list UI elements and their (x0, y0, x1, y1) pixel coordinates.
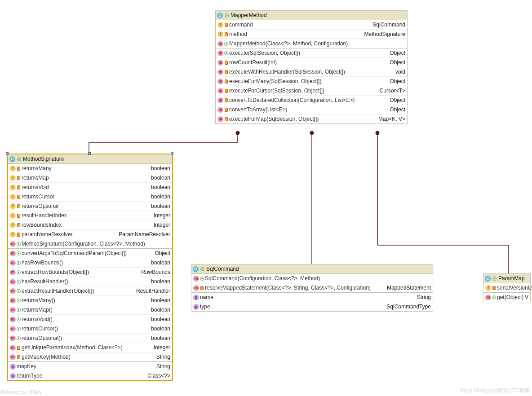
member-row[interactable]: freturnsManyboolean (8, 164, 172, 173)
method-icon: m (10, 335, 16, 341)
member-name: serialVersionUID (497, 285, 532, 291)
member-row[interactable]: mconvertToDeclaredCollection(Configurati… (216, 95, 407, 105)
member-row[interactable]: mextractRowBounds(Object[])RowBounds (8, 267, 172, 277)
member-row[interactable]: pmapKeyString (8, 362, 172, 371)
class-icon: C (9, 156, 15, 162)
public-icon (200, 267, 204, 271)
member-row[interactable]: mextractResultHandler(Object[])ResultHan… (8, 286, 172, 295)
member-type: SqlCommandType (386, 304, 431, 310)
member-row[interactable]: freturnsCursorboolean (8, 192, 172, 201)
member-row[interactable]: mgetMapKey(Method)String (8, 352, 172, 361)
member-name: returnsVoid (22, 184, 49, 190)
private-icon (17, 167, 21, 171)
member-row[interactable]: mexecuteForMap(SqlSession, Object[])Map<… (216, 114, 407, 123)
public-icon (224, 51, 228, 55)
member-row[interactable]: mgetUniqueParamIndex(Method, Class<?>)In… (8, 343, 172, 352)
member-row[interactable]: mreturnsMany()boolean (8, 295, 172, 305)
member-row[interactable]: mreturnsVoid()boolean (8, 314, 172, 324)
class-SqlCommand[interactable]: C SqlCommand mSqlCommand(Configuration, … (191, 264, 433, 312)
member-row[interactable]: pnameString (191, 293, 433, 302)
uml-canvas[interactable]: C MapperMethod fcommandSqlCommandfmethod… (0, 0, 532, 396)
private-icon (224, 89, 228, 93)
member-type: boolean (151, 335, 170, 341)
method-icon: m (217, 79, 223, 84)
class-ParamMap[interactable]: C ParamMap fserialVersionUIDlong mget(Ob… (483, 273, 531, 302)
member-row[interactable]: preturnTypeClass<?> (8, 371, 172, 380)
member-row[interactable]: mMapperMethod(Class<?>, Method, Configur… (216, 39, 407, 48)
member-row[interactable]: mconvertArgsToSqlCommandParam(Object[])O… (8, 249, 172, 258)
method-icon: m (217, 69, 223, 75)
member-row[interactable]: mexecute(SqlSession, Object[])Object (216, 48, 407, 57)
method-icon: m (485, 295, 491, 300)
class-MethodSignature[interactable]: C MethodSignature freturnsManybooleanfre… (7, 154, 173, 381)
member-name: executeForCursor(SqlSession, Object[]) (229, 88, 324, 94)
member-row[interactable]: mhasResultHandler()boolean (8, 277, 172, 286)
member-name: returnsMany() (22, 297, 55, 304)
member-type: MappedStatement (387, 285, 431, 291)
member-row[interactable]: mreturnsCursor()boolean (8, 324, 172, 333)
member-row[interactable]: fresultHandlerIndexInteger (8, 211, 172, 220)
class-name: SqlCommand (206, 266, 239, 272)
member-row[interactable]: mreturnsMap()boolean (8, 305, 172, 314)
member-row[interactable]: mrowCountResult(int)Object (216, 57, 407, 67)
selection-handle[interactable] (171, 152, 173, 155)
member-row[interactable]: fparamNameResolverParamNameResolver (8, 229, 172, 239)
member-row[interactable]: freturnsOptionalboolean (8, 201, 172, 211)
member-name: executeWithResultHandler(SqlSession, Obj… (229, 69, 345, 75)
member-type: ResultHandler (136, 288, 170, 294)
member-row[interactable]: mMethodSignature(Configuration, Class<?>… (8, 239, 172, 248)
member-row[interactable]: freturnsVoidboolean (8, 182, 172, 192)
public-icon (17, 242, 21, 246)
method-icon: m (10, 317, 16, 322)
member-row[interactable]: mget(Object)V (483, 293, 530, 302)
public-icon (17, 289, 21, 293)
member-name: name (200, 294, 213, 300)
member-name: executeForMap(SqlSession, Object[]) (229, 116, 319, 122)
method-icon: m (10, 288, 16, 294)
public-icon (200, 277, 204, 281)
member-name: getUniqueParamIndex(Method, Class<?>) (22, 344, 123, 351)
member-row[interactable]: fmethodMethodSignature (216, 29, 407, 39)
field-icon: f (10, 213, 16, 219)
method-icon: m (193, 285, 199, 291)
class-name: MapperMethod (231, 12, 267, 18)
member-type: boolean (151, 184, 170, 190)
member-name: MethodSignature(Configuration, Class<?>,… (22, 241, 145, 247)
member-row[interactable]: mconvertToArray(List<E>)Object (216, 105, 407, 114)
method-icon: m (10, 260, 16, 266)
member-type: Object (390, 106, 405, 113)
private-icon (17, 195, 21, 199)
private-icon (224, 79, 228, 84)
class-header: C SqlCommand (191, 264, 433, 274)
member-row[interactable]: mhasRowBounds()boolean (8, 258, 172, 267)
member-name: returnsOptional() (22, 335, 62, 341)
member-row[interactable]: mexecuteForCursor(SqlSession, Object[])C… (216, 86, 407, 95)
member-type: Integer (154, 222, 170, 228)
method-icon: m (10, 326, 16, 332)
member-type: Object (155, 250, 170, 256)
field-icon: f (217, 22, 223, 28)
member-row[interactable]: mreturnsOptional()boolean (8, 333, 172, 343)
member-row[interactable]: mSqlCommand(Configuration, Class<?>, Met… (191, 274, 433, 283)
member-row[interactable]: frowBoundsIndexInteger (8, 220, 172, 229)
public-icon (224, 42, 228, 46)
member-row[interactable]: ptypeSqlCommandType (191, 302, 433, 311)
member-type: boolean (151, 297, 170, 304)
public-icon (17, 327, 21, 331)
member-row[interactable]: mexecuteWithResultHandler(SqlSession, Ob… (216, 67, 407, 76)
method-icon: m (10, 298, 16, 304)
private-icon (17, 355, 21, 359)
class-header: C ParamMap (483, 274, 530, 283)
class-MapperMethod[interactable]: C MapperMethod fcommandSqlCommandfmethod… (215, 10, 408, 124)
member-row[interactable]: freturnsMapboolean (8, 173, 172, 182)
member-row[interactable]: mexecuteForMany(SqlSession, Object[])Obj… (216, 76, 407, 86)
method-icon: m (10, 269, 16, 275)
member-type: String (156, 363, 170, 370)
member-row[interactable]: fserialVersionUIDlong (483, 283, 530, 292)
member-row[interactable]: fcommandSqlCommand (216, 20, 407, 29)
selection-handle[interactable] (6, 152, 9, 155)
method-icon: m (217, 107, 223, 113)
member-row[interactable]: mresolveMappedStatement(Class<?>, String… (191, 283, 433, 292)
member-name: convertToArray(List<E>) (229, 106, 287, 113)
selection-handle[interactable] (88, 152, 91, 155)
